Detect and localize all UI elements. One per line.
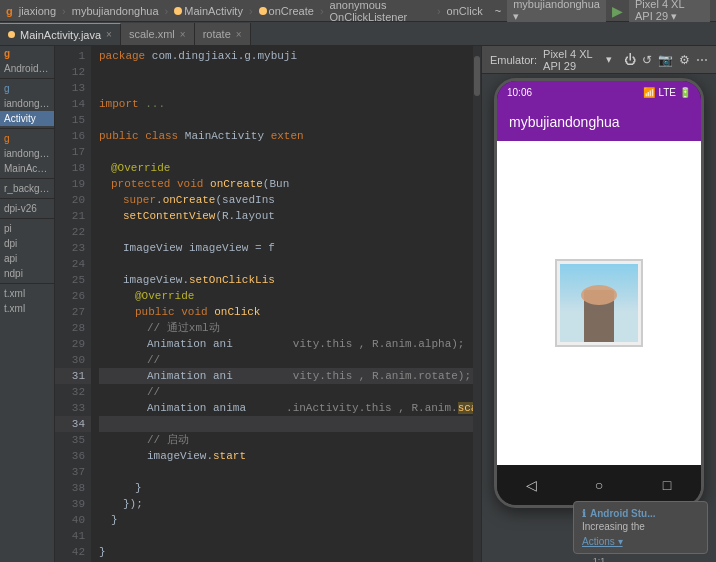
editor-scrollbar[interactable] <box>473 46 481 562</box>
code-line <box>99 464 473 480</box>
device-dropdown-icon[interactable]: ▾ <box>606 53 612 66</box>
onclick-tab[interactable]: onClick <box>447 5 483 17</box>
device-select[interactable]: Pixel 4 XL API 29 ▾ <box>629 0 710 24</box>
notification-header: ℹ Android Stu... <box>582 508 699 519</box>
code-line: // <box>99 384 473 400</box>
line-numbers: 1 12 13 14 15 16 17 18 19 20 21 22 23 24… <box>55 46 91 562</box>
code-line: Animation anima.inActivity.this , R.anim… <box>99 400 473 416</box>
close-tab-icon[interactable]: × <box>106 29 112 40</box>
sidebar-item-api[interactable]: api <box>0 251 54 266</box>
sidebar-item-mainactivity[interactable]: MainActivity <box>0 161 54 176</box>
device-name[interactable]: Pixel 4 XL API 29 <box>543 48 600 72</box>
settings-icon[interactable]: ⚙ <box>679 53 690 67</box>
code-line: } <box>99 480 473 496</box>
emulator-label: Emulator: <box>490 54 537 66</box>
phone-image <box>555 259 643 347</box>
sidebar-item-android[interactable]: g <box>0 81 54 96</box>
file-tabs: MainActivity.java × scale.xml × rotate × <box>0 22 716 46</box>
sidebar-item-r-background[interactable]: r_background <box>0 181 54 196</box>
code-container: 1 12 13 14 15 16 17 18 19 20 21 22 23 24… <box>55 46 481 562</box>
logo: g <box>6 5 13 17</box>
sidebar-item-txml1[interactable]: t.xml <box>0 286 54 301</box>
info-icon: ℹ <box>582 508 586 519</box>
code-line <box>99 144 473 160</box>
sidebar-item-dpi[interactable]: dpi <box>0 236 54 251</box>
phone-content <box>497 141 701 465</box>
sidebar-item-activity[interactable]: Activity <box>0 111 54 126</box>
scrollbar-thumb[interactable] <box>474 56 480 96</box>
phone-time: 10:06 <box>507 87 532 98</box>
code-line: public void onClick <box>99 304 473 320</box>
code-line: }); <box>99 496 473 512</box>
nav-recents-button[interactable]: □ <box>657 475 677 495</box>
power-icon[interactable]: ⏻ <box>624 53 636 67</box>
class-tab[interactable]: MainActivity <box>174 5 243 17</box>
screenshot-icon[interactable]: 📷 <box>658 53 673 67</box>
separator: › <box>62 5 66 17</box>
sidebar-item-ndpi[interactable]: ndpi <box>0 266 54 281</box>
project-name[interactable]: jiaxiong <box>19 5 56 17</box>
code-line-highlighted2 <box>99 416 473 432</box>
more-icon[interactable]: ⋯ <box>696 53 708 67</box>
code-line: // 启动 <box>99 432 473 448</box>
lte-label: LTE <box>658 87 676 98</box>
code-line: setContentView(R.layout <box>99 208 473 224</box>
sidebar-item-g[interactable]: g <box>0 131 54 146</box>
tab-mainactivity[interactable]: MainActivity.java × <box>0 23 121 45</box>
sidebar-item-dpi-v26[interactable]: dpi-v26 <box>0 201 54 216</box>
nav-home-button[interactable]: ○ <box>589 475 609 495</box>
code-editor[interactable]: 1 12 13 14 15 16 17 18 19 20 21 22 23 24… <box>55 46 481 562</box>
zoom-label: 1:1 <box>593 556 606 562</box>
code-line <box>99 80 473 96</box>
rotate-icon[interactable]: ↺ <box>642 53 652 67</box>
code-line: protected void onCreate(Bun <box>99 176 473 192</box>
module-name[interactable]: mybujiandonghua <box>72 5 159 17</box>
code-line <box>99 256 473 272</box>
sidebar-item-project[interactable]: g <box>0 46 54 61</box>
separator4: › <box>320 5 324 17</box>
main-area: g AndroidStudio g iandonghua Activity g … <box>0 46 716 562</box>
code-line: ImageView imageView = f <box>99 240 473 256</box>
notification-actions-link[interactable]: Actions ▾ <box>582 536 699 547</box>
tab-scale[interactable]: scale.xml × <box>121 23 195 45</box>
run-config[interactable]: mybujiandonghua ▾ <box>507 0 606 24</box>
separator3: › <box>249 5 253 17</box>
code-line: @Override <box>99 160 473 176</box>
code-line: imageView.start <box>99 448 473 464</box>
separator5: › <box>437 5 441 17</box>
sidebar-item-donghua[interactable]: iandonghua <box>0 96 54 111</box>
code-line: super.onCreate(savedIns <box>99 192 473 208</box>
separator2: › <box>165 5 169 17</box>
sidebar-item-pi[interactable]: pi <box>0 221 54 236</box>
code-line: package com.dingjiaxi.g.mybuji <box>99 48 473 64</box>
sidebar: g AndroidStudio g iandonghua Activity g … <box>0 46 55 562</box>
app-title: mybujiandonghua <box>509 114 620 130</box>
code-line: @Override <box>99 288 473 304</box>
sidebar-item-androidstudio[interactable]: AndroidStudio <box>0 61 54 76</box>
run-button[interactable]: ▶ <box>612 3 623 19</box>
code-line: // <box>99 352 473 368</box>
code-line: } <box>99 512 473 528</box>
tab-rotate[interactable]: rotate × <box>195 23 251 45</box>
wifi-icon: 📶 <box>643 87 655 98</box>
phone-app-bar: mybujiandonghua <box>497 103 701 141</box>
code-line <box>99 224 473 240</box>
method-tab[interactable]: onCreate <box>259 5 314 17</box>
close-scale-icon[interactable]: × <box>180 29 186 40</box>
vcs-icon: ~ <box>495 5 501 17</box>
code-area[interactable]: package com.dingjiaxi.g.mybuji import ..… <box>91 46 481 562</box>
code-line-highlighted: Animation anivity.this , R.anim.rotate); <box>99 368 473 384</box>
code-line <box>99 112 473 128</box>
code-line: import ... <box>99 96 473 112</box>
sidebar-item-txml2[interactable]: t.xml <box>0 301 54 316</box>
listener-tab[interactable]: anonymous OnClickListener <box>330 0 431 23</box>
notification-body: Increasing the <box>582 521 699 532</box>
sidebar-item-iandonghua2[interactable]: iandonghua <box>0 146 54 161</box>
emulator-content: 10:06 📶 LTE 🔋 mybujiandonghua <box>482 74 716 562</box>
battery-icon: 🔋 <box>679 87 691 98</box>
nav-back-button[interactable]: ◁ <box>521 475 541 495</box>
code-line: public class MainActivity exten <box>99 128 473 144</box>
close-rotate-icon[interactable]: × <box>236 29 242 40</box>
code-line: // 通过xml动 <box>99 320 473 336</box>
top-bar: g jiaxiong › mybujiandonghua › MainActiv… <box>0 0 716 22</box>
